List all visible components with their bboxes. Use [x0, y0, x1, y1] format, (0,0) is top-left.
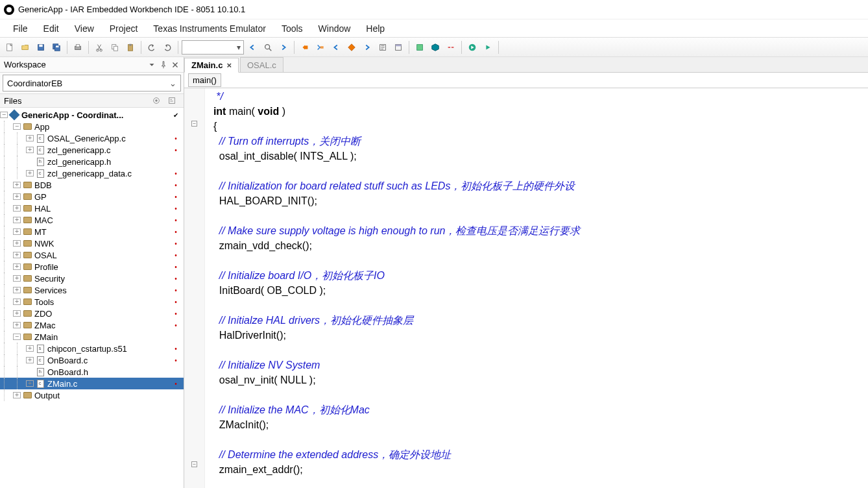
- breadcrumb-item[interactable]: main(): [188, 73, 221, 87]
- h-file-icon: [37, 158, 44, 166]
- code-area[interactable]: − − */ int main( void ) { // Turn off in…: [184, 88, 868, 488]
- debug-no-download-button[interactable]: [481, 40, 495, 55]
- search-dropdown[interactable]: ▾: [182, 40, 244, 55]
- folder-icon: [23, 240, 32, 247]
- menu-window[interactable]: Window: [312, 21, 357, 36]
- tree-folder[interactable]: +ZDO•: [0, 308, 184, 319]
- svg-rect-15: [305, 45, 307, 49]
- compile-button[interactable]: [413, 40, 427, 55]
- menu-view[interactable]: View: [68, 21, 101, 36]
- c-file-icon: [37, 146, 44, 154]
- tree-file-zmain-c[interactable]: +ZMain.c•: [0, 378, 184, 389]
- tree-folder[interactable]: +MAC•: [0, 214, 184, 226]
- tree-folder-output[interactable]: +Output: [0, 389, 184, 401]
- tab-zmain[interactable]: ZMain.c×: [184, 58, 239, 73]
- toolbar-separator: [141, 41, 141, 54]
- print-button[interactable]: [71, 40, 85, 55]
- find-prev-button[interactable]: [245, 40, 259, 55]
- folder-icon: [23, 228, 32, 235]
- toolbar-separator: [88, 41, 89, 54]
- open-file-button[interactable]: [18, 40, 32, 55]
- tree-folder[interactable]: +OSAL•: [0, 249, 184, 261]
- toolbar-separator: [67, 41, 67, 54]
- redo-button[interactable]: [160, 40, 175, 55]
- menu-project[interactable]: Project: [103, 21, 145, 36]
- tree-file[interactable]: +chipcon_cstartup.s51•: [0, 343, 184, 354]
- menu-edit[interactable]: Edit: [37, 21, 66, 36]
- c-file-icon: [37, 380, 44, 388]
- workspace-columns: Files: [0, 93, 184, 108]
- build-column-icon: [164, 96, 180, 105]
- tree-folder[interactable]: +MT•: [0, 226, 184, 238]
- menu-file[interactable]: File: [6, 21, 34, 36]
- toolbar-separator: [294, 41, 295, 54]
- bookmark-prev-button[interactable]: [329, 40, 343, 55]
- folder-icon: [23, 275, 32, 282]
- dropdown-arrow-icon: ▾: [234, 43, 243, 52]
- tree-file[interactable]: OnBoard.h: [0, 366, 184, 378]
- debug-button[interactable]: [465, 40, 479, 55]
- find-next-button[interactable]: [276, 40, 291, 55]
- menu-help[interactable]: Help: [359, 21, 391, 36]
- tree-folder-app[interactable]: −App: [0, 121, 184, 132]
- find-button[interactable]: [261, 40, 275, 55]
- tree-file[interactable]: +zcl_genericapp_data.c•: [0, 167, 184, 179]
- svg-rect-5: [56, 45, 58, 47]
- tree-folder[interactable]: +HAL•: [0, 202, 184, 214]
- tree-folder[interactable]: +BDB•: [0, 179, 184, 191]
- nav-forward-button[interactable]: [360, 40, 374, 55]
- stop-build-button[interactable]: [444, 40, 458, 55]
- folder-icon: [23, 205, 32, 212]
- folder-icon: [23, 310, 32, 317]
- dropdown-icon[interactable]: [147, 60, 156, 69]
- menu-tools[interactable]: Tools: [275, 21, 309, 36]
- config-selector[interactable]: CoordinatorEB ⌄: [3, 75, 181, 92]
- bookmarks-window-button[interactable]: [391, 40, 405, 55]
- make-button[interactable]: [428, 40, 442, 55]
- tree-folder[interactable]: +Security•: [0, 273, 184, 284]
- fold-icon[interactable]: −: [191, 121, 197, 127]
- tree-project[interactable]: −GenericApp - Coordinat...✔: [0, 109, 184, 121]
- copy-button[interactable]: [108, 40, 122, 55]
- close-icon[interactable]: [171, 60, 180, 69]
- save-all-button[interactable]: [49, 40, 64, 55]
- editor-panel: ZMain.c× OSAL.c main() − − */ int main( …: [184, 57, 868, 488]
- svg-rect-21: [417, 44, 423, 50]
- tree-folder-zmain[interactable]: −ZMain: [0, 331, 184, 343]
- menu-ti-emulator[interactable]: Texas Instruments Emulator: [147, 21, 272, 36]
- paste-button[interactable]: [123, 40, 138, 55]
- goto-button[interactable]: [376, 40, 390, 55]
- tree-folder[interactable]: +Profile•: [0, 261, 184, 273]
- tab-osal[interactable]: OSAL.c: [240, 57, 283, 72]
- tree-folder[interactable]: +NWK•: [0, 238, 184, 249]
- undo-button[interactable]: [145, 40, 159, 55]
- bookmark-toggle-button[interactable]: [298, 40, 312, 55]
- toolbar-separator: [409, 41, 409, 54]
- close-tab-icon[interactable]: ×: [226, 60, 232, 70]
- cut-button[interactable]: [92, 40, 106, 55]
- tree-folder[interactable]: +ZMac•: [0, 319, 184, 331]
- file-tree[interactable]: −GenericApp - Coordinat...✔ −App +OSAL_G…: [0, 108, 184, 488]
- tab-label: OSAL.c: [247, 60, 276, 70]
- tree-file[interactable]: zcl_genericapp.h: [0, 156, 184, 167]
- breakpoint-button[interactable]: [344, 40, 359, 55]
- project-icon: [9, 110, 20, 121]
- tree-folder[interactable]: +GP•: [0, 191, 184, 202]
- tree-folder[interactable]: +Tools•: [0, 296, 184, 308]
- tree-folder[interactable]: +Services•: [0, 284, 184, 296]
- tree-file[interactable]: +OnBoard.c•: [0, 354, 184, 366]
- pin-icon[interactable]: [159, 60, 168, 69]
- code-gutter[interactable]: − −: [184, 88, 205, 488]
- files-column-label: Files: [4, 96, 149, 106]
- dropdown-arrow-icon: ⌄: [169, 79, 176, 88]
- bookmark-next-button[interactable]: [313, 40, 328, 55]
- code-content[interactable]: */ int main( void ) { // Turn off interr…: [205, 88, 868, 488]
- tree-file[interactable]: +OSAL_GenericApp.c•: [0, 132, 184, 144]
- tree-file[interactable]: +zcl_genericapp.c•: [0, 144, 184, 156]
- folder-icon: [23, 322, 32, 328]
- status-column-icon: [149, 96, 164, 105]
- fold-icon[interactable]: −: [191, 461, 197, 467]
- new-file-button[interactable]: [3, 40, 17, 55]
- editor-breadcrumb: main(): [184, 73, 868, 88]
- save-button[interactable]: [34, 40, 48, 55]
